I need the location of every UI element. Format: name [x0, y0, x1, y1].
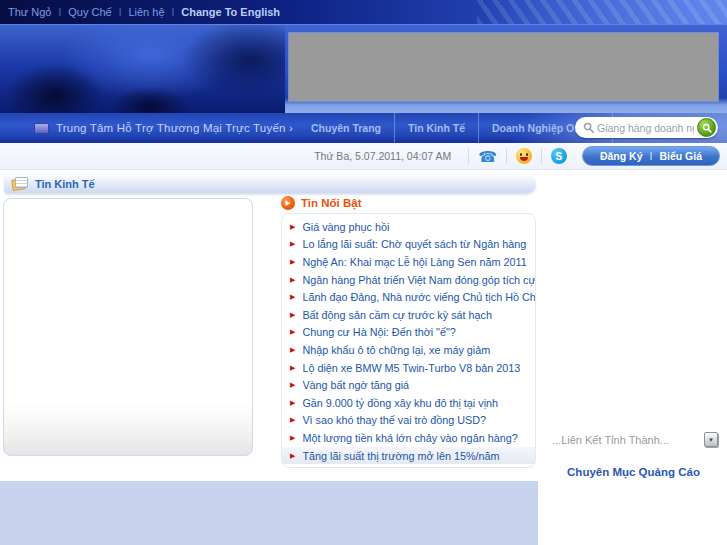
- site-header: [0, 24, 727, 113]
- news-item[interactable]: ▶Lãnh đạo Đảng, Nhà nước viếng Chủ tịch …: [282, 288, 535, 306]
- right-sidebar: ...Liên Kết Tỉnh Thành... ▼ Chuyên Mục Q…: [540, 170, 727, 545]
- featured-news-header: ▶ Tin Nổi Bật: [281, 194, 361, 212]
- bullet-arrow-icon: ▶: [290, 416, 295, 424]
- bullet-arrow-icon: ▶: [290, 328, 295, 336]
- bullet-arrow-icon: ▶: [290, 293, 295, 301]
- main-content: Tin Kinh Tế ▶ Tin Nổi Bật ▶Giá vàng phục…: [0, 170, 727, 545]
- phone-icon[interactable]: ☎: [478, 149, 497, 164]
- news-item[interactable]: ▶Chung cư Hà Nội: Đến thời "ế"?: [282, 324, 535, 342]
- world-map-image: [0, 25, 287, 114]
- topbar-link[interactable]: Quy Chế: [68, 6, 111, 18]
- news-link[interactable]: Bất động sản cầm cự trước kỳ sát hạch: [302, 309, 492, 321]
- ad-banner-placeholder: [289, 33, 718, 101]
- banner-frame: [285, 25, 727, 114]
- info-bar: Thứ Ba, 5.07.2011, 04:07 AM ☎ S Đăng Ký …: [0, 143, 727, 170]
- nav-menu-item[interactable]: Tin Kinh Tế: [394, 113, 478, 143]
- button-divider: I: [649, 150, 652, 162]
- topbar-link[interactable]: Change To English: [181, 6, 280, 18]
- news-item[interactable]: ▶Một lượng tiền khá lớn chảy vào ngân hà…: [282, 429, 535, 447]
- pricing-label: Biểu Giá: [659, 150, 702, 162]
- news-list: ▶Giá vàng phục hồi▶Lo lắng lãi suất: Chờ…: [282, 214, 535, 464]
- search-input[interactable]: [594, 122, 697, 134]
- bullet-arrow-icon: ▶: [290, 276, 295, 284]
- main-navbar: Trung Tâm Hỗ Trợ Thương Mại Trực Tuyến ›…: [0, 113, 727, 144]
- search-box: [575, 117, 718, 138]
- site-flag-icon: [34, 123, 49, 134]
- news-item[interactable]: ▶Vì sao khó thay thế vai trò đồng USD?: [282, 412, 535, 430]
- topbar-link[interactable]: Liên hệ: [128, 6, 164, 18]
- news-link[interactable]: Ngân hàng Phát triển Việt Nam đóng góp t…: [302, 274, 535, 286]
- bullet-arrow-icon: ▶: [290, 240, 295, 248]
- bullet-arrow-icon: ▶: [290, 311, 295, 319]
- bullet-arrow-icon: ▶: [290, 258, 295, 266]
- notepad-icon: [12, 177, 28, 190]
- news-link[interactable]: Tăng lãi suất thị trường mở lên 15%/năm: [302, 450, 499, 462]
- top-bar: Thư NgỏIQuy ChếILiên hệIChange To Englis…: [0, 0, 727, 24]
- nav-menu: Chuyên TrangTin Kinh TếDoanh Nghiệp Onli…: [298, 113, 548, 143]
- divider: [468, 149, 469, 164]
- news-item[interactable]: ▶Tăng lãi suất thị trường mở lên 15%/năm: [282, 447, 535, 465]
- topbar-stripe-decoration: [477, 0, 727, 24]
- economy-news-panel: [3, 198, 253, 456]
- news-link[interactable]: Vì sao khó thay thế vai trò đồng USD?: [302, 414, 486, 426]
- separator: I: [119, 7, 122, 18]
- ads-section-title[interactable]: Chuyên Mục Quảng Cáo: [540, 466, 727, 478]
- news-item[interactable]: ▶Giá vàng phục hồi: [282, 218, 535, 236]
- footer-band: [0, 481, 538, 545]
- bullet-arrow-icon: ▶: [290, 381, 295, 389]
- site-title: Trung Tâm Hỗ Trợ Thương Mại Trực Tuyến ›: [56, 122, 293, 134]
- bullet-arrow-icon: ▶: [290, 434, 295, 442]
- search-icon: [583, 122, 594, 133]
- datetime-label: Thứ Ba, 5.07.2011, 04:07 AM: [314, 150, 451, 162]
- news-item[interactable]: ▶Bất động sản cầm cự trước kỳ sát hạch: [282, 306, 535, 324]
- separator: I: [172, 7, 175, 18]
- bullet-arrow-icon: ▶: [290, 346, 295, 354]
- home-link[interactable]: Trung Tâm Hỗ Trợ Thương Mại Trực Tuyến ›: [34, 113, 293, 143]
- divider: [541, 149, 542, 164]
- news-link[interactable]: Một lượng tiền khá lớn chảy vào ngân hàn…: [302, 432, 517, 444]
- province-links-select[interactable]: ...Liên Kết Tỉnh Thành... ▼: [552, 432, 718, 447]
- news-item[interactable]: ▶Nhập khẩu ô tô chững lại, xe máy giảm: [282, 341, 535, 359]
- nav-menu-item[interactable]: Chuyên Trang: [298, 113, 394, 143]
- topbar-links: Thư NgỏIQuy ChếILiên hệIChange To Englis…: [8, 0, 280, 24]
- news-link[interactable]: Lo lắng lãi suất: Chờ quyết sách từ Ngân…: [302, 238, 526, 250]
- separator: I: [58, 7, 61, 18]
- divider: [506, 149, 507, 164]
- news-link[interactable]: Vàng bất ngờ tăng giá: [302, 379, 409, 391]
- bullet-arrow-icon: ▶: [290, 399, 295, 407]
- economy-section-title[interactable]: Tin Kinh Tế: [35, 178, 95, 190]
- news-link[interactable]: Chung cư Hà Nội: Đến thời "ế"?: [302, 326, 455, 338]
- news-link[interactable]: Nghệ An: Khai mạc Lễ hội Làng Sen năm 20…: [302, 256, 526, 268]
- news-link[interactable]: Gần 9.000 tỷ đồng xây khu đô thị tại vịn…: [302, 397, 498, 409]
- skype-icon[interactable]: S: [551, 148, 567, 164]
- news-item[interactable]: ▶Nghệ An: Khai mạc Lễ hội Làng Sen năm 2…: [282, 253, 535, 271]
- news-item[interactable]: ▶Lộ diện xe BMW M5 Twin-Turbo V8 bản 201…: [282, 359, 535, 377]
- bullet-arrow-icon: ▶: [290, 452, 295, 460]
- news-link[interactable]: Lộ diện xe BMW M5 Twin-Turbo V8 bản 2013: [302, 362, 520, 374]
- news-link[interactable]: Nhập khẩu ô tô chững lại, xe máy giảm: [302, 344, 490, 356]
- bullet-arrow-icon: ▶: [290, 223, 295, 231]
- economy-section-header: Tin Kinh Tế: [4, 174, 536, 193]
- dropdown-arrow-icon[interactable]: ▼: [704, 432, 718, 447]
- topbar-link[interactable]: Thư Ngỏ: [8, 6, 51, 18]
- register-pricing-button[interactable]: Đăng Ký I Biểu Giá: [582, 146, 720, 166]
- news-link[interactable]: Lãnh đạo Đảng, Nhà nước viếng Chủ tịch H…: [302, 291, 535, 303]
- yahoo-messenger-icon[interactable]: [516, 148, 532, 164]
- featured-arrow-icon: ▶: [281, 196, 295, 210]
- register-label: Đăng Ký: [600, 150, 643, 162]
- search-submit-button[interactable]: [697, 118, 716, 137]
- featured-news-title[interactable]: Tin Nổi Bật: [301, 197, 361, 209]
- search-go-icon: [702, 123, 712, 133]
- featured-news-panel: ▶Giá vàng phục hồi▶Lo lắng lãi suất: Chờ…: [281, 213, 536, 468]
- news-item[interactable]: ▶Lo lắng lãi suất: Chờ quyết sách từ Ngâ…: [282, 236, 535, 254]
- bullet-arrow-icon: ▶: [290, 364, 295, 372]
- news-item[interactable]: ▶Gần 9.000 tỷ đồng xây khu đô thị tại vị…: [282, 394, 535, 412]
- province-select-label: ...Liên Kết Tỉnh Thành...: [552, 434, 669, 446]
- news-link[interactable]: Giá vàng phục hồi: [302, 221, 389, 233]
- news-item[interactable]: ▶Ngân hàng Phát triển Việt Nam đóng góp …: [282, 271, 535, 289]
- news-item[interactable]: ▶Vàng bất ngờ tăng giá: [282, 376, 535, 394]
